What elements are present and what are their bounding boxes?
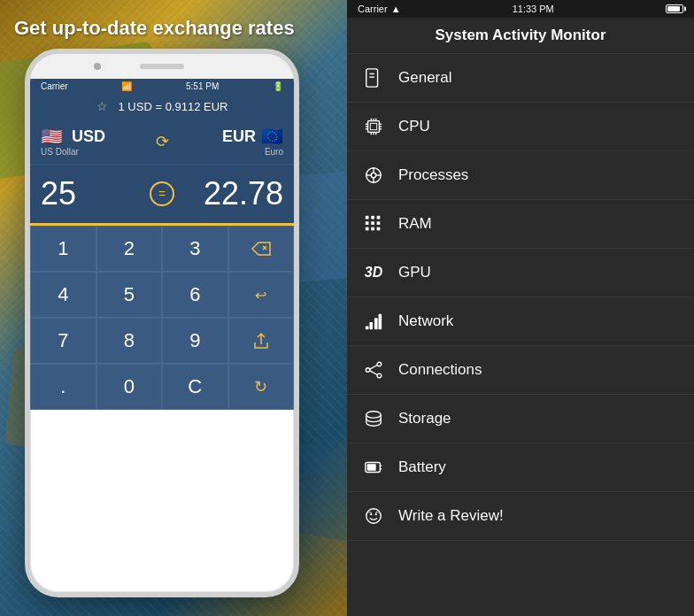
svg-rect-31 xyxy=(377,227,381,231)
key-3[interactable]: 3 xyxy=(162,226,228,272)
key-6[interactable]: 6 xyxy=(162,272,228,318)
svg-rect-28 xyxy=(377,221,381,225)
key-1[interactable]: 1 xyxy=(30,226,96,272)
menu-item-processes[interactable]: Processes xyxy=(347,151,694,200)
svg-rect-30 xyxy=(371,227,374,231)
right-carrier: Carrier xyxy=(358,4,388,14)
svg-rect-29 xyxy=(366,227,369,231)
menu-item-storage[interactable]: Storage xyxy=(347,395,694,443)
left-panel: Get up-to-date exchange rates Carrier 📶 … xyxy=(0,0,347,616)
menu-item-connections[interactable]: Connections xyxy=(347,346,694,395)
processes-icon xyxy=(361,163,386,188)
key-9[interactable]: 9 xyxy=(162,318,228,364)
cpu-label: CPU xyxy=(398,118,430,135)
phone-wifi-icon: 📶 xyxy=(121,81,132,91)
phone-top-bar xyxy=(30,54,294,79)
svg-rect-45 xyxy=(367,464,376,470)
keypad: 1 2 3 4 5 6 ↩ 7 8 9 xyxy=(30,226,294,410)
svg-line-40 xyxy=(370,371,377,375)
from-name: US Dollar xyxy=(41,147,152,157)
menu-item-general[interactable]: General xyxy=(347,54,694,103)
from-code: USD xyxy=(72,127,105,146)
right-title-bar: System Activity Monitor xyxy=(347,18,694,54)
key-dot[interactable]: . xyxy=(30,364,96,410)
key-0[interactable]: 0 xyxy=(96,364,163,410)
storage-icon xyxy=(361,406,386,431)
phone-time: 5:51 PM xyxy=(186,81,219,91)
right-wifi-icon: ▲ xyxy=(391,4,401,14)
to-amount: 22.78 xyxy=(183,175,283,212)
battery-menu-icon xyxy=(361,455,386,480)
menu-list: General CPU Processes R xyxy=(347,54,694,616)
gpu-label: GPU xyxy=(398,264,431,281)
ram-icon xyxy=(361,212,386,236)
amount-row: 25 = 22.78 xyxy=(30,165,294,226)
phone-status-bar: Carrier 📶 5:51 PM 🔋 xyxy=(30,79,294,94)
svg-point-46 xyxy=(366,509,382,524)
menu-item-ram[interactable]: RAM xyxy=(347,200,694,249)
to-name: Euro xyxy=(173,147,284,157)
key-4[interactable]: 4 xyxy=(30,272,96,318)
review-label: Write a Review! xyxy=(398,507,504,525)
key-8[interactable]: 8 xyxy=(96,318,163,364)
processes-label: Processes xyxy=(398,166,468,184)
svg-rect-25 xyxy=(377,216,381,219)
svg-point-48 xyxy=(375,513,377,515)
cpu-icon xyxy=(361,114,386,139)
svg-point-18 xyxy=(371,173,376,178)
from-amount[interactable]: 25 xyxy=(41,175,141,212)
svg-rect-32 xyxy=(366,327,369,330)
gpu-icon: 3D xyxy=(361,260,386,285)
svg-point-38 xyxy=(377,373,382,378)
swap-button[interactable]: ⟳ xyxy=(156,132,169,151)
svg-rect-23 xyxy=(366,216,369,219)
ram-label: RAM xyxy=(398,215,432,233)
svg-rect-35 xyxy=(379,314,382,329)
rate-header: ☆ 1 USD = 0.9112 EUR xyxy=(30,94,294,119)
phone-mockup: Carrier 📶 5:51 PM 🔋 ☆ 1 USD = 0.9112 EUR… xyxy=(25,49,299,597)
menu-item-network[interactable]: Network xyxy=(347,297,694,346)
svg-rect-4 xyxy=(370,123,376,129)
key-refresh[interactable]: ↻ xyxy=(228,364,295,410)
key-backspace[interactable] xyxy=(228,226,295,272)
key-c[interactable]: C xyxy=(162,364,228,410)
svg-point-36 xyxy=(366,368,370,373)
key-7[interactable]: 7 xyxy=(30,318,96,364)
svg-rect-26 xyxy=(366,221,369,225)
svg-rect-0 xyxy=(366,69,378,87)
right-time: 11:33 PM xyxy=(513,4,554,14)
menu-item-cpu[interactable]: CPU xyxy=(347,103,694,151)
key-undo[interactable]: ↩ xyxy=(228,272,295,318)
key-5[interactable]: 5 xyxy=(96,272,163,318)
to-currency[interactable]: EUR 🇪🇺 Euro xyxy=(173,126,284,157)
battery-label: Battery xyxy=(398,458,446,476)
review-icon xyxy=(361,504,386,528)
svg-rect-27 xyxy=(371,221,374,225)
menu-item-battery[interactable]: Battery xyxy=(347,443,694,492)
svg-rect-3 xyxy=(368,121,380,133)
phone-carrier: Carrier xyxy=(41,81,68,91)
key-share[interactable] xyxy=(228,318,295,364)
to-code: EUR xyxy=(222,127,256,146)
svg-point-41 xyxy=(366,412,382,418)
svg-rect-33 xyxy=(369,322,373,329)
equals-sign: = xyxy=(150,181,174,206)
currency-selector-row: 🇺🇸 USD US Dollar ⟳ EUR 🇪🇺 Euro xyxy=(30,119,294,165)
phone-speaker xyxy=(140,64,184,69)
svg-point-37 xyxy=(377,362,382,366)
from-flag: 🇺🇸 xyxy=(41,126,63,147)
phone-frame: Carrier 📶 5:51 PM 🔋 ☆ 1 USD = 0.9112 EUR… xyxy=(25,49,299,597)
menu-item-review[interactable]: Write a Review! xyxy=(347,492,694,541)
star-icon[interactable]: ☆ xyxy=(96,99,108,113)
network-icon xyxy=(361,309,386,334)
phone-battery-icon: 🔋 xyxy=(273,81,283,91)
menu-item-gpu[interactable]: 3D GPU xyxy=(347,249,694,297)
app-title: System Activity Monitor xyxy=(361,27,680,44)
key-2[interactable]: 2 xyxy=(96,226,163,272)
svg-line-39 xyxy=(370,366,377,370)
general-label: General xyxy=(398,69,451,87)
svg-rect-34 xyxy=(374,318,378,329)
right-panel: Carrier ▲ 11:33 PM System Activity Monit… xyxy=(347,0,694,616)
from-currency[interactable]: 🇺🇸 USD US Dollar xyxy=(41,126,152,157)
to-flag: 🇪🇺 xyxy=(261,126,283,147)
